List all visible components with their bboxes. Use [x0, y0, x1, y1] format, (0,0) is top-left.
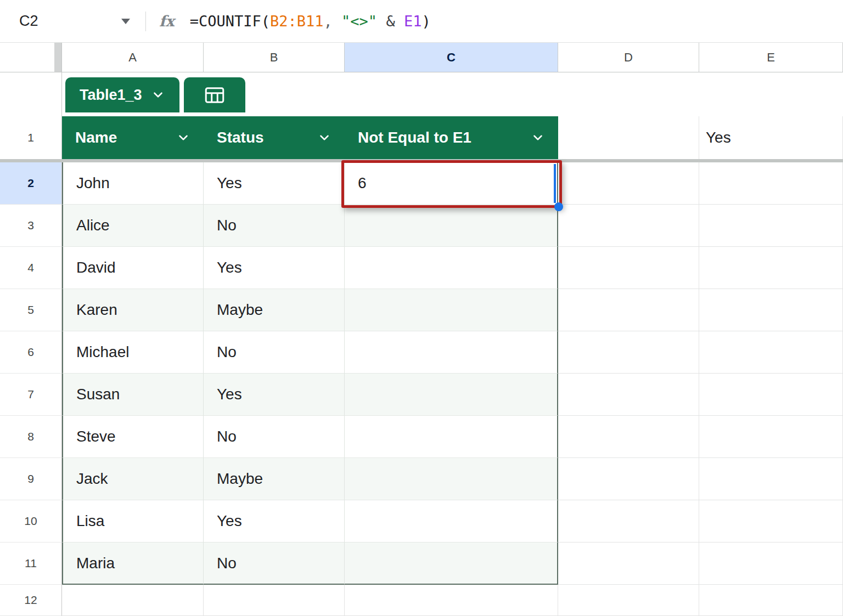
row-header-4[interactable]: 4 — [0, 247, 62, 289]
name-box-dropdown-icon[interactable] — [121, 19, 130, 24]
cell-C10[interactable] — [345, 500, 558, 542]
row-header-6[interactable]: 6 — [0, 331, 62, 374]
cell-B8[interactable]: No — [204, 416, 345, 458]
cell-A9[interactable]: Jack — [62, 458, 204, 500]
sheet-row-9: 9JackMaybe — [0, 458, 843, 500]
sheet-row-4: 4DavidYes — [0, 247, 843, 289]
cell-B4[interactable]: Yes — [204, 247, 345, 289]
table-header-name[interactable]: Name — [62, 116, 204, 159]
cell-D9[interactable] — [558, 458, 699, 500]
cell-A6[interactable]: Michael — [62, 331, 204, 374]
cell-C12[interactable] — [345, 585, 558, 616]
spreadsheet-app: C2 fx =COUNTIF(B2:B11, "<>" & E1) A B C … — [0, 0, 843, 616]
column-header-b[interactable]: B — [204, 43, 345, 72]
cell-A7[interactable]: Susan — [62, 374, 204, 416]
cell-A2[interactable]: John — [62, 162, 204, 205]
table-chip-band: Table1_3 — [0, 72, 843, 116]
chevron-down-icon[interactable] — [151, 88, 165, 102]
cell-A10[interactable]: Lisa — [62, 500, 204, 542]
cell-E9[interactable] — [699, 458, 843, 500]
cell-A8[interactable]: Steve — [62, 416, 204, 458]
cell-E2[interactable] — [699, 162, 843, 205]
cell-B9[interactable]: Maybe — [204, 458, 345, 500]
cell-B6[interactable]: No — [204, 331, 345, 374]
cell-E3[interactable] — [699, 205, 843, 247]
cell-D7[interactable] — [558, 374, 699, 416]
cell-C5[interactable] — [345, 289, 558, 331]
corner-bar — [54, 43, 61, 72]
table-header-row: Name Status Not Equal to E1 — [62, 116, 558, 159]
formula-token: "<>" — [341, 13, 377, 30]
column-header-e[interactable]: E — [699, 43, 843, 72]
cell-C11[interactable] — [345, 542, 558, 585]
filter-chevron-icon[interactable] — [176, 131, 190, 145]
name-box-value: C2 — [19, 13, 38, 30]
cell-D10[interactable] — [558, 500, 699, 542]
cell-B3[interactable]: No — [204, 205, 345, 247]
cell-E12[interactable] — [699, 585, 843, 616]
cell-D2[interactable] — [558, 162, 699, 205]
cell-B11[interactable]: No — [204, 542, 345, 585]
name-box[interactable]: C2 — [0, 0, 145, 42]
table-header-status[interactable]: Status — [204, 116, 345, 159]
row-header-9[interactable]: 9 — [0, 458, 62, 500]
cell-D8[interactable] — [558, 416, 699, 458]
cell-C2[interactable]: 6 — [345, 162, 558, 205]
row-header-11[interactable]: 11 — [0, 542, 62, 585]
row-header-8[interactable]: 8 — [0, 416, 62, 458]
column-header-a[interactable]: A — [62, 43, 204, 72]
row-header-5[interactable]: 5 — [0, 289, 62, 331]
cell-C3[interactable] — [345, 205, 558, 247]
table-menu-button[interactable] — [184, 77, 245, 112]
cell-D5[interactable] — [558, 289, 699, 331]
cell-E1[interactable]: Yes — [699, 116, 843, 159]
cell-B7[interactable]: Yes — [204, 374, 345, 416]
cell-D3[interactable] — [558, 205, 699, 247]
cell-A12[interactable] — [62, 585, 204, 616]
table-header-not-equal[interactable]: Not Equal to E1 — [345, 116, 558, 159]
cell-A3[interactable]: Alice — [62, 205, 204, 247]
cell-D4[interactable] — [558, 247, 699, 289]
filter-chevron-icon[interactable] — [317, 131, 331, 145]
cell-E5[interactable] — [699, 289, 843, 331]
cell-C8[interactable] — [345, 416, 558, 458]
cell-D12[interactable] — [558, 585, 699, 616]
chip-zone: Table1_3 — [62, 72, 843, 116]
filter-chevron-icon[interactable] — [531, 131, 545, 145]
row-header-3[interactable]: 3 — [0, 205, 62, 247]
cell-E11[interactable] — [699, 542, 843, 585]
cell-D1[interactable] — [558, 116, 699, 159]
cell-A4[interactable]: David — [62, 247, 204, 289]
row-header-1[interactable]: 1 — [0, 116, 62, 159]
cell-B2[interactable]: Yes — [204, 162, 345, 205]
column-header-c[interactable]: C — [345, 43, 558, 72]
cell-D11[interactable] — [558, 542, 699, 585]
fill-handle[interactable] — [554, 202, 563, 211]
cell-E6[interactable] — [699, 331, 843, 374]
cell-E4[interactable] — [699, 247, 843, 289]
table-name-chip[interactable]: Table1_3 — [65, 77, 179, 112]
cell-C4[interactable] — [345, 247, 558, 289]
formula-token: , — [324, 13, 342, 30]
table-grid-icon — [205, 87, 224, 104]
cell-B10[interactable]: Yes — [204, 500, 345, 542]
cell-C6[interactable] — [345, 331, 558, 374]
cell-A5[interactable]: Karen — [62, 289, 204, 331]
cell-D6[interactable] — [558, 331, 699, 374]
formula-bar-divider — [145, 12, 146, 31]
row-header-7[interactable]: 7 — [0, 374, 62, 416]
cell-C7[interactable] — [345, 374, 558, 416]
cell-B12[interactable] — [204, 585, 345, 616]
cell-E7[interactable] — [699, 374, 843, 416]
row-header-10[interactable]: 10 — [0, 500, 62, 542]
column-header-d[interactable]: D — [558, 43, 699, 72]
cell-E8[interactable] — [699, 416, 843, 458]
cell-E10[interactable] — [699, 500, 843, 542]
cell-B5[interactable]: Maybe — [204, 289, 345, 331]
formula-input[interactable]: =COUNTIF(B2:B11, "<>" & E1) — [190, 13, 431, 30]
row-header-2[interactable]: 2 — [0, 162, 62, 205]
cell-A11[interactable]: Maria — [62, 542, 204, 585]
select-all-corner[interactable] — [0, 43, 62, 72]
cell-C9[interactable] — [345, 458, 558, 500]
row-header-12[interactable]: 12 — [0, 585, 62, 616]
